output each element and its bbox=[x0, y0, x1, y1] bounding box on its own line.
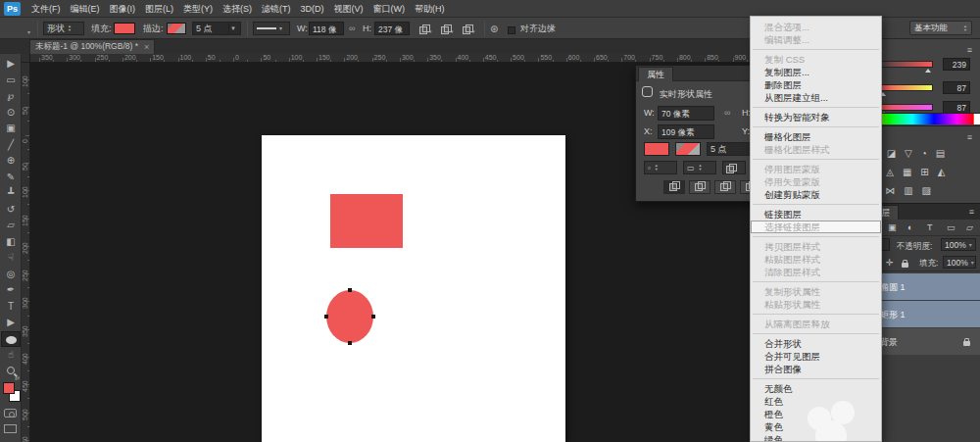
artboard[interactable] bbox=[262, 135, 565, 442]
quick-mask-icon[interactable] bbox=[4, 409, 17, 417]
layer-filter-icon-2[interactable]: T bbox=[927, 222, 933, 232]
context-menu-item[interactable]: 无颜色 bbox=[751, 382, 881, 395]
ruler-corner[interactable] bbox=[22, 54, 30, 63]
tool-preset-caret-icon[interactable]: ▾ bbox=[27, 25, 30, 39]
layer-filter-icon-0[interactable]: ▣ bbox=[888, 222, 897, 232]
stroke-style-select[interactable]: ▾ bbox=[253, 22, 290, 35]
path-anchor-point[interactable] bbox=[348, 288, 352, 292]
smudge-tool-icon[interactable]: ☟ bbox=[1, 250, 21, 266]
adjustment-icon[interactable]: ⊞ bbox=[920, 167, 928, 182]
context-menu-item[interactable]: 合并形状 bbox=[751, 337, 881, 350]
menu-item-1[interactable]: 编辑(E) bbox=[66, 0, 105, 18]
fill-opacity-select[interactable]: 100%▾ bbox=[943, 256, 976, 269]
adjustment-icon[interactable]: ▨ bbox=[922, 185, 931, 201]
brush-tool-icon[interactable]: ✎ bbox=[1, 170, 21, 185]
red-value-field[interactable]: 239 bbox=[943, 58, 970, 71]
swap-colors-icon[interactable]: ⇄ bbox=[15, 374, 20, 381]
document-tab[interactable]: 未标题-1 @ 100%(RGB/8) * × bbox=[29, 39, 155, 54]
pen-tool-icon[interactable]: ✒ bbox=[1, 282, 21, 298]
clone-stamp-tool-icon[interactable]: ┻ bbox=[1, 185, 21, 201]
stroke-color-swatch[interactable] bbox=[167, 23, 186, 34]
dodge-tool-icon[interactable]: ◎ bbox=[1, 267, 21, 282]
align-edges-checkbox[interactable] bbox=[508, 25, 515, 38]
prop-stroke-swatch[interactable] bbox=[675, 142, 701, 156]
link-dimensions-icon[interactable]: ∞ bbox=[349, 22, 355, 35]
geometry-options-icon[interactable]: ⊛ bbox=[490, 23, 498, 36]
marquee-tool-icon[interactable]: ▭ bbox=[1, 73, 21, 88]
context-menu-item[interactable]: 栅格化图层 bbox=[751, 130, 881, 143]
prop-stroke-align-select[interactable]: ▫▲▼ bbox=[644, 161, 677, 174]
adjustment-icon[interactable]: ▥ bbox=[904, 185, 912, 201]
menu-item-10[interactable]: 帮助(H) bbox=[410, 0, 450, 18]
adjustment-icon[interactable]: ▽ bbox=[905, 148, 912, 164]
context-menu-item[interactable]: 黄色 bbox=[751, 420, 881, 433]
menu-item-9[interactable]: 窗口(W) bbox=[368, 0, 411, 18]
path-anchor-point[interactable] bbox=[348, 341, 352, 345]
ellipse-tool-icon[interactable] bbox=[1, 331, 21, 347]
menu-item-4[interactable]: 类型(Y) bbox=[178, 0, 218, 18]
color-panel-menu-icon[interactable]: ≡ bbox=[967, 45, 972, 55]
layers-panel-menu-icon[interactable]: ≡ bbox=[969, 207, 974, 217]
adjustment-icon[interactable]: ⋈ bbox=[885, 185, 895, 201]
context-menu-item[interactable]: 删除图层 bbox=[751, 78, 881, 91]
move-tool-icon[interactable]: ▶ bbox=[1, 56, 21, 72]
quick-selection-tool-icon[interactable]: ⊙ bbox=[1, 105, 21, 121]
adjustment-icon[interactable]: ◭ bbox=[938, 167, 946, 182]
menu-item-7[interactable]: 3D(D) bbox=[296, 0, 329, 18]
healing-brush-tool-icon[interactable]: ⊕ bbox=[1, 153, 21, 169]
path-anchor-point[interactable] bbox=[371, 315, 375, 319]
hand-tool-icon[interactable]: ☝ bbox=[1, 347, 21, 363]
path-anchor-point[interactable] bbox=[324, 315, 328, 319]
context-menu-item[interactable]: 链接图层 bbox=[751, 208, 881, 221]
menu-item-0[interactable]: 文件(F) bbox=[26, 0, 66, 18]
menu-item-5[interactable]: 选择(S) bbox=[218, 0, 257, 18]
tool-mode-select[interactable]: 形状▲▼ bbox=[43, 22, 84, 35]
menu-item-6[interactable]: 滤镜(T) bbox=[257, 0, 296, 18]
adjustments-panel-menu-icon[interactable]: ≡ bbox=[967, 132, 972, 142]
fill-color-swatch[interactable] bbox=[114, 23, 135, 34]
opacity-select[interactable]: 100%▾ bbox=[941, 238, 976, 251]
pathop-combine-button[interactable] bbox=[663, 180, 685, 194]
context-menu-item[interactable]: 从图层建立组... bbox=[751, 91, 881, 104]
red-slider-handle[interactable] bbox=[925, 69, 931, 73]
lock-all-icon[interactable] bbox=[902, 260, 908, 270]
gradient-tool-icon[interactable]: ◧ bbox=[1, 234, 21, 250]
crop-tool-icon[interactable]: ▣ bbox=[1, 121, 21, 136]
screen-mode-icon[interactable] bbox=[4, 424, 17, 433]
menu-item-8[interactable]: 视图(V) bbox=[329, 0, 368, 18]
path-operations-button[interactable]: ▾ bbox=[419, 24, 432, 37]
context-menu-item[interactable]: 转换为智能对象 bbox=[751, 111, 881, 123]
horizontal-ruler[interactable]: 3503002502001501005005010015020025030035… bbox=[30, 54, 843, 63]
shape-width-field[interactable]: 118 像 bbox=[309, 22, 344, 35]
context-menu-item[interactable]: 红色 bbox=[751, 395, 881, 408]
workspace-switcher-button[interactable]: 基本功能▲▼ bbox=[909, 21, 972, 35]
prop-link-icon[interactable]: ∞ bbox=[724, 108, 730, 118]
layer-filter-icon-4[interactable]: ▱ bbox=[966, 222, 973, 232]
prop-x-field[interactable]: 109 像素 bbox=[658, 124, 714, 139]
prop-fill-swatch[interactable] bbox=[644, 142, 669, 156]
ellipse-shape[interactable] bbox=[326, 290, 373, 343]
context-menu-item[interactable]: 拼合图像 bbox=[751, 363, 881, 375]
prop-w-field[interactable]: 70 像素 bbox=[658, 106, 714, 121]
foreground-color-swatch[interactable] bbox=[3, 382, 15, 394]
context-menu-item[interactable]: 绿色 bbox=[751, 433, 881, 442]
lock-position-icon[interactable]: ✛ bbox=[886, 258, 894, 268]
context-menu-item[interactable]: 复制图层... bbox=[751, 66, 881, 78]
path-arrangement-button[interactable]: ▾ bbox=[463, 24, 475, 37]
stroke-width-field[interactable]: 5 点▼ bbox=[192, 22, 241, 35]
rectangle-shape[interactable] bbox=[330, 194, 403, 248]
green-value-field[interactable]: 87 bbox=[943, 81, 970, 94]
context-menu-item[interactable]: 合并可见图层 bbox=[751, 350, 881, 363]
lasso-tool-icon[interactable]: ℘ bbox=[1, 88, 21, 104]
shape-height-field[interactable]: 237 像 bbox=[374, 22, 410, 35]
pathop-intersect-button[interactable] bbox=[714, 180, 736, 194]
adjustment-icon[interactable]: ◪ bbox=[887, 148, 896, 164]
adjustment-icon[interactable]: ▦ bbox=[903, 167, 911, 182]
type-tool-icon[interactable]: T bbox=[1, 299, 21, 315]
vertical-ruler[interactable]: 10050050100150200250300350400450500550 bbox=[22, 63, 30, 442]
layer-filter-icon-3[interactable]: ▭ bbox=[947, 222, 956, 232]
context-menu-item[interactable]: 橙色 bbox=[751, 408, 881, 420]
path-alignment-button[interactable]: ▾ bbox=[441, 24, 454, 37]
eyedropper-tool-icon[interactable]: ╱ bbox=[1, 137, 21, 153]
prop-stroke-cap-select[interactable]: ▭▲▼ bbox=[683, 161, 716, 174]
